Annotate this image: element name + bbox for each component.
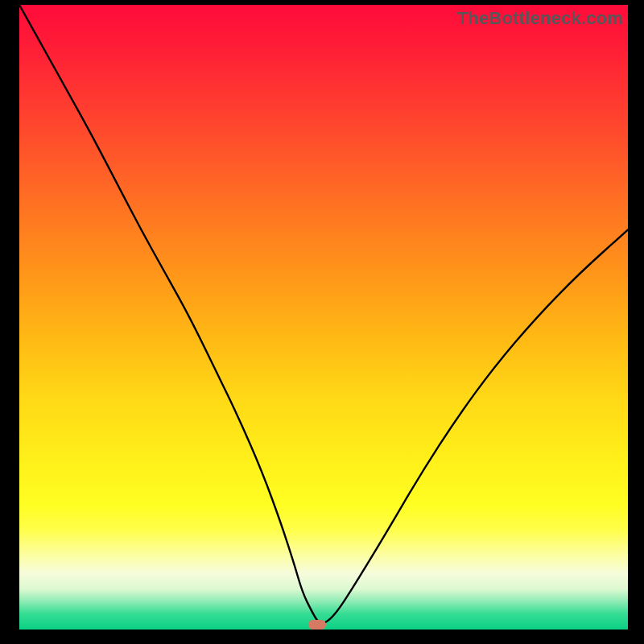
minimum-marker [308, 620, 326, 630]
plot-frame: TheBottleneck.com [19, 5, 628, 630]
gradient-background [19, 5, 628, 630]
watermark-text: TheBottleneck.com [457, 8, 623, 29]
